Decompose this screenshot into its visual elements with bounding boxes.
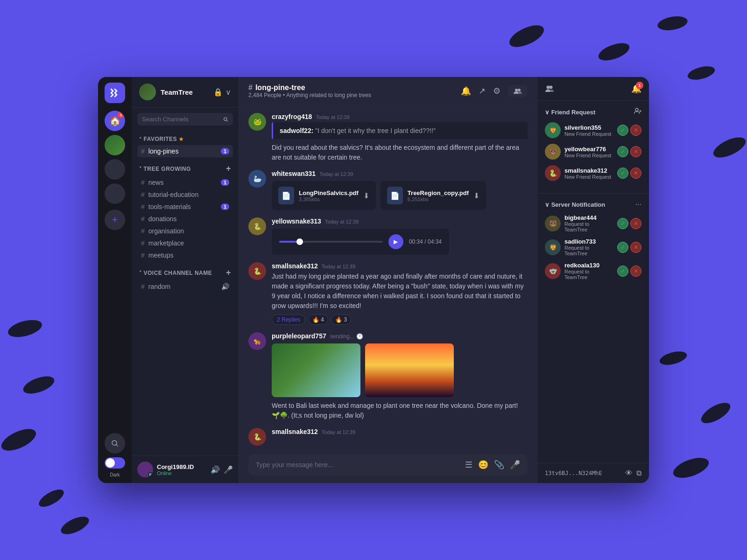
message-input-area: ☰ 😊 📎 🎤 xyxy=(239,448,537,483)
friend-info-yellowbear776: yellowbear776 New Friend Request xyxy=(564,146,613,158)
server-icon-gray1[interactable] xyxy=(105,159,125,180)
attachment-icon[interactable]: 📎 xyxy=(494,460,504,470)
notif-name-redkoala130: redkoala130 xyxy=(564,262,613,269)
volume-control-icon[interactable]: 🔊 xyxy=(211,465,220,474)
theme-toggle[interactable] xyxy=(105,457,125,469)
accept-button-redkoala130[interactable]: ✓ xyxy=(617,266,628,277)
audio-thumb xyxy=(296,238,303,245)
tree-growing-add-icon[interactable]: + xyxy=(226,164,231,174)
voice-record-icon[interactable]: 🎤 xyxy=(510,460,520,470)
msg-header-purpleleopard757: purpleleopard757 sending... 🕐 xyxy=(272,332,528,340)
channel-search-bar[interactable] xyxy=(137,113,233,126)
app-logo[interactable] xyxy=(105,83,125,103)
notifications-bell-icon[interactable]: 🔔 xyxy=(461,86,471,96)
decline-button-yellowbear776[interactable]: ✕ xyxy=(630,146,641,157)
mic-icon[interactable]: 🎤 xyxy=(224,465,233,474)
people-count: 2,484 People xyxy=(248,92,282,98)
reply-count-badge[interactable]: 2 Replies xyxy=(272,315,305,325)
channel-name-donations: donations xyxy=(148,215,229,223)
image-nature[interactable] xyxy=(272,343,360,397)
right-header-left xyxy=(545,85,554,92)
share-icon[interactable]: ↗ xyxy=(479,86,486,96)
server-notifications-section: ∨ Server Notification ··· 🐻 bigbear444 R… xyxy=(537,194,649,292)
decline-button-silverlion355[interactable]: ✕ xyxy=(630,125,641,136)
server-notif-chevron: ∨ xyxy=(545,201,551,208)
eye-icon[interactable]: 👁 xyxy=(625,469,633,477)
tree-growing-header[interactable]: ˅ Tree Growing + xyxy=(137,161,233,176)
message-input-field[interactable] xyxy=(256,461,460,469)
friend-chevron-icon: ∨ xyxy=(545,109,551,116)
add-friend-button[interactable] xyxy=(634,107,641,117)
file-name-salvics: LongPineSalvics.pdf xyxy=(299,189,359,196)
reaction-fire-3[interactable]: 🔥 3 xyxy=(331,315,351,325)
channel-item-donations[interactable]: # donations xyxy=(137,213,233,225)
people-count-button[interactable] xyxy=(508,85,528,97)
channel-item-news[interactable]: # news 1 xyxy=(137,176,233,189)
accept-button-silverlion355[interactable]: ✓ xyxy=(617,125,628,136)
chat-area: # long-pine-tree 2,484 People • Anything… xyxy=(239,77,537,483)
voice-channel-random[interactable]: # random 🔊 xyxy=(137,280,233,293)
channel-item-tools[interactable]: # tools-materials 1 xyxy=(137,201,233,213)
accept-button-yellowbear776[interactable]: ✓ xyxy=(617,146,628,157)
friend-requests-section: ∨ Friend Request 🦁 silverlion355 Ne xyxy=(537,101,649,194)
emoji-picker-icon[interactable]: 😊 xyxy=(478,460,488,470)
channel-name-tutorial: tutorial-education xyxy=(148,191,229,198)
decline-button-smallsnake312-req[interactable]: ✕ xyxy=(630,168,641,179)
chevron-down-icon[interactable]: ∨ xyxy=(226,88,231,97)
message-whiteswan331: 🦢 whiteswan331 Today at 12:39 📄 LongPine… xyxy=(248,170,528,210)
play-button[interactable]: ▶ xyxy=(388,234,403,249)
message-input-container[interactable]: ☰ 😊 📎 🎤 xyxy=(248,454,528,476)
file-download-icon-1[interactable]: ⬇ xyxy=(363,191,369,200)
notif-item-sadlion733: 🦁 sadlion733 Request to TeamTree ✓ ✕ xyxy=(545,238,641,256)
voice-section-header[interactable]: ˅ Voice Channel Name + xyxy=(137,265,233,280)
tools-badge: 1 xyxy=(221,203,229,210)
server-icon-gray2[interactable] xyxy=(105,183,125,204)
msg-header-smallsnake312-1: smallsnake312 Today at 12:39 xyxy=(272,262,528,270)
server-notif-more-icon[interactable]: ··· xyxy=(635,200,641,209)
add-server-button[interactable]: + xyxy=(105,210,125,230)
accept-button-smallsnake312-req[interactable]: ✓ xyxy=(617,168,628,179)
server-icon-nature[interactable] xyxy=(105,135,125,155)
global-search-button[interactable] xyxy=(105,433,125,454)
server-header[interactable]: TeamTree 🔒 ∨ xyxy=(132,77,239,107)
friend-info-smallsnake312-req: smallsnake312 New Friend Request xyxy=(564,167,613,180)
notification-bell-button[interactable]: 🔔 1 xyxy=(631,84,641,94)
message-yellowsnake313: 🐍 yellowsnake313 Today at 12:39 ▶ 00:34 … xyxy=(248,217,528,255)
audio-progress-bar[interactable] xyxy=(279,241,383,243)
svg-point-8 xyxy=(635,108,638,111)
msg-content-crazyfrog418: crazyfrog418 Today at 12:39 sadwolf22: "… xyxy=(272,113,528,162)
accept-button-bigbear444[interactable]: ✓ xyxy=(617,218,628,229)
friend-name-smallsnake312-req: smallsnake312 xyxy=(564,167,613,174)
favorites-section: ˅ FAVORITES ★ # long-pines 1 xyxy=(132,131,239,159)
friend-actions-yellowbear776: ✓ ✕ xyxy=(617,146,641,157)
channel-search-input[interactable] xyxy=(142,116,220,123)
server-icon-home[interactable]: 🏠 1 xyxy=(105,111,125,131)
decline-button-bigbear444[interactable]: ✕ xyxy=(630,218,641,229)
svg-point-5 xyxy=(518,89,521,91)
people-header-icon xyxy=(545,85,554,92)
copy-key-icon[interactable]: ⧉ xyxy=(636,469,641,477)
channel-item-organisation[interactable]: # organisation xyxy=(137,225,233,237)
favorites-header[interactable]: ˅ FAVORITES ★ xyxy=(137,133,233,145)
notif-info-bigbear444: bigbear444 Request to TeamTree xyxy=(564,214,613,232)
channel-item-tutorial[interactable]: # tutorial-education xyxy=(137,189,233,201)
notif-desc-redkoala130: Request to TeamTree xyxy=(564,269,613,280)
reaction-fire-4[interactable]: 🔥 4 xyxy=(308,315,328,325)
accept-button-sadlion733[interactable]: ✓ xyxy=(617,242,628,253)
decline-button-sadlion733[interactable]: ✕ xyxy=(630,242,641,253)
settings-gear-icon[interactable]: ⚙ xyxy=(493,86,500,96)
message-crazyfrog418: 🐸 crazyfrog418 Today at 12:39 sadwolf22:… xyxy=(248,113,528,162)
channel-item-long-pines[interactable]: # long-pines 1 xyxy=(137,145,233,157)
server-notif-title: ∨ Server Notification xyxy=(545,201,605,208)
voice-channel-name: random xyxy=(148,283,170,290)
list-icon[interactable]: ☰ xyxy=(465,460,472,470)
sending-text: sending... xyxy=(330,333,354,340)
channel-item-marketplace[interactable]: # marketplace xyxy=(137,237,233,249)
channel-item-meetups[interactable]: # meetups xyxy=(137,249,233,261)
image-sunset[interactable] xyxy=(365,343,454,397)
decline-button-redkoala130[interactable]: ✕ xyxy=(630,266,641,277)
file-doc-icon-2: 📄 xyxy=(387,187,403,204)
file-download-icon-2[interactable]: ⬇ xyxy=(473,191,479,200)
voice-add-icon[interactable]: + xyxy=(226,268,231,278)
msg-header-yellowsnake313: yellowsnake313 Today at 12:39 xyxy=(272,217,528,225)
